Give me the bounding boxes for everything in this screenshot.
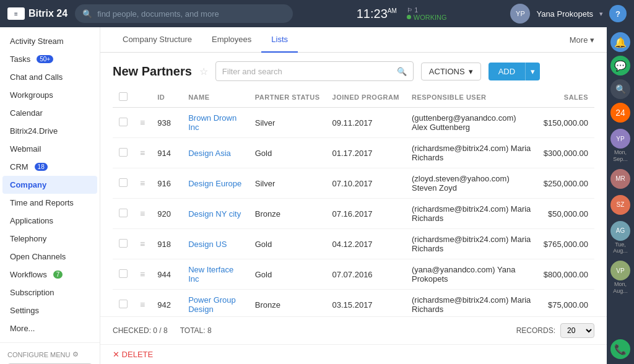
sidebar-item-bitrix24-drive[interactable]: Bitrix24.Drive <box>0 122 100 140</box>
gear-icon: ⚙ <box>72 350 79 358</box>
rs-chat-icon[interactable]: 💬 <box>610 56 630 76</box>
sidebar-item-subscription[interactable]: Subscription <box>0 284 100 301</box>
user-name-label[interactable]: Yana Prokopets <box>536 9 593 19</box>
cell-id-3: 920 <box>151 199 182 229</box>
row-checkbox-2[interactable] <box>119 178 128 187</box>
cell-sales-2: $250,000.00 <box>537 168 594 199</box>
cell-name-3[interactable]: Design NY city <box>182 199 249 229</box>
search-bar[interactable]: 🔍 <box>75 4 293 23</box>
rs-avatar-4[interactable]: AG <box>610 221 630 241</box>
cell-name-4[interactable]: Design US <box>182 229 249 259</box>
cell-status-5: Gold <box>249 259 326 290</box>
sidebar-item-company[interactable]: Company <box>2 176 97 194</box>
filter-search-bar[interactable]: 🔍 <box>215 61 414 81</box>
tab-more[interactable]: More ▾ <box>570 28 594 52</box>
table-row: ≡ 920 Design NY city Bronze 07.16.2017 (… <box>113 199 594 229</box>
content-area: Company Structure Employees Lists More ▾… <box>100 27 607 364</box>
tab-lists[interactable]: Lists <box>261 27 298 53</box>
cell-joined-3: 07.16.2017 <box>326 199 406 229</box>
actions-chevron-icon: ▾ <box>469 67 473 76</box>
select-all-checkbox[interactable] <box>119 92 128 101</box>
cell-id-5: 944 <box>151 259 182 290</box>
cell-name-5[interactable]: New Iterface Inc <box>182 259 249 290</box>
row-checkbox-5[interactable] <box>119 269 128 278</box>
row-checkbox-1[interactable] <box>119 148 128 157</box>
rs-avatar-1[interactable]: YP <box>610 129 630 149</box>
rs-avatar-4-label: Tue, Aug... <box>608 241 633 255</box>
drag-handle-5[interactable]: ≡ <box>140 269 145 279</box>
sidebar-item-tasks[interactable]: Tasks 50+ <box>0 50 100 68</box>
sidebar-item-webmail[interactable]: Webmail <box>0 140 100 158</box>
sidebar-item-crm[interactable]: CRM 18 <box>0 158 100 176</box>
sidebar-item-settings[interactable]: Settings <box>0 301 100 319</box>
sidebar-item-open-channels[interactable]: Open Channels <box>0 248 100 266</box>
add-dropdown-button[interactable]: ▾ <box>525 63 540 80</box>
cell-responsible-3: (richardsme@bitrix24.com) Maria Richards <box>406 199 537 229</box>
help-button[interactable]: ? <box>609 5 627 22</box>
cell-name-6[interactable]: Power Group Design <box>182 290 249 317</box>
sidebar-item-activity-stream[interactable]: Activity Stream <box>0 32 100 50</box>
sidebar-item-calendar[interactable]: Calendar <box>0 104 100 122</box>
sidebar-item-time-and-reports[interactable]: Time and Reports <box>0 194 100 212</box>
list-header: New Partners ☆ 🔍 ACTIONS ▾ ADD ▾ <box>100 53 607 87</box>
configure-menu[interactable]: CONFIGURE MENU ⚙ <box>7 348 92 361</box>
drag-handle-0[interactable]: ≡ <box>140 118 145 128</box>
partner-link-5[interactable]: New Iterface Inc <box>188 265 233 284</box>
sidebar-item-workflows[interactable]: Workflows 7 <box>0 266 100 284</box>
rs-avatar-5[interactable]: VP <box>610 261 630 280</box>
col-id: ID <box>151 87 182 108</box>
cell-status-6: Bronze <box>249 290 326 317</box>
sidebar-item-chat-and-calls[interactable]: Chat and Calls <box>0 68 100 86</box>
user-avatar: YP <box>510 4 530 24</box>
cell-sales-0: $150,000.00 <box>537 108 594 138</box>
row-checkbox-3[interactable] <box>119 209 128 217</box>
search-input[interactable] <box>97 9 285 19</box>
cell-responsible-2: (zloyd.steven@yahoo.com) Steven Zoyd <box>406 168 537 199</box>
partner-link-0[interactable]: Brown Drown Inc <box>188 113 237 132</box>
cell-status-3: Bronze <box>249 199 326 229</box>
delete-button[interactable]: ✕ DELETE <box>113 350 153 359</box>
sidebar-item-applications[interactable]: Applications <box>0 212 100 230</box>
rs-avatar-2[interactable]: MR <box>610 169 630 189</box>
sidebar-item-more[interactable]: More... <box>0 319 100 337</box>
drag-handle-4[interactable]: ≡ <box>140 239 145 249</box>
tab-company-structure[interactable]: Company Structure <box>113 27 202 53</box>
row-checkbox-6[interactable] <box>119 300 128 308</box>
add-button[interactable]: ADD <box>489 63 525 80</box>
row-checkbox-4[interactable] <box>119 239 128 248</box>
drag-handle-2[interactable]: ≡ <box>140 178 145 188</box>
rs-bitrix24-icon[interactable]: 24 <box>610 103 630 123</box>
partner-link-6[interactable]: Power Group Design <box>188 295 236 314</box>
cell-name-0[interactable]: Brown Drown Inc <box>182 108 249 138</box>
rs-avatar-3[interactable]: SZ <box>610 195 630 215</box>
cell-name-1[interactable]: Design Asia <box>182 138 249 168</box>
rs-notifications-icon[interactable]: 🔔 <box>610 32 630 52</box>
drag-handle-3[interactable]: ≡ <box>140 209 145 219</box>
rs-phone-icon[interactable]: 📞 <box>610 339 630 359</box>
star-icon[interactable]: ☆ <box>199 66 208 77</box>
sidebar-item-workgroups[interactable]: Workgroups <box>0 86 100 104</box>
tab-employees[interactable]: Employees <box>202 27 261 53</box>
drag-handle-6[interactable]: ≡ <box>140 300 145 310</box>
app-logo[interactable]: ≡ Bitrix 24 <box>7 7 67 20</box>
cell-name-2[interactable]: Design Europe <box>182 168 249 199</box>
user-dropdown-icon[interactable]: ▾ <box>599 10 603 18</box>
partner-link-1[interactable]: Design Asia <box>188 149 231 158</box>
rs-user-4-group: AG Tue, Aug... <box>608 221 633 255</box>
actions-button[interactable]: ACTIONS ▾ <box>421 63 481 80</box>
table-row: ≡ 914 Design Asia Gold 01.17.2017 (richa… <box>113 138 594 168</box>
row-checkbox-0[interactable] <box>119 118 128 126</box>
app-name: Bitrix 24 <box>28 8 67 19</box>
cell-id-4: 918 <box>151 229 182 259</box>
filter-search-input[interactable] <box>222 67 393 76</box>
time-display: 11:23AM <box>357 7 397 21</box>
sidebar-item-telephony[interactable]: Telephony <box>0 230 100 248</box>
col-joined: JOINED PROGRAM <box>326 87 406 108</box>
cell-responsible-6: (richardsme@bitrix24.com) Maria Richards <box>406 290 537 317</box>
partner-link-4[interactable]: Design US <box>188 240 227 249</box>
partner-link-3[interactable]: Design NY city <box>188 209 241 219</box>
rs-search-icon[interactable]: 🔍 <box>610 79 630 99</box>
drag-handle-1[interactable]: ≡ <box>140 148 145 158</box>
partner-link-2[interactable]: Design Europe <box>188 179 241 188</box>
records-per-page-select[interactable]: 20 50 100 <box>560 323 594 338</box>
